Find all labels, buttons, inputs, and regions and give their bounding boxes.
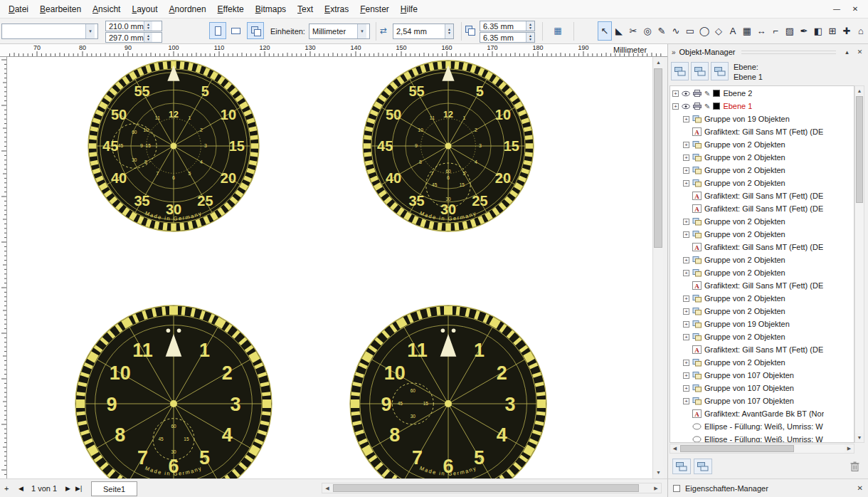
drawing-canvas[interactable]: 5101520253035404550551212345678910116015… xyxy=(7,57,652,478)
object-row[interactable]: +Gruppe von 2 Objekten xyxy=(670,356,854,369)
expander-icon[interactable]: + xyxy=(672,90,679,97)
docker-menu-arrow-icon[interactable]: ▴ xyxy=(842,48,852,56)
object-row[interactable]: AGrafiktext: Gill Sans MT (Fett) (DE xyxy=(670,202,854,215)
menu-ansicht[interactable]: Ansicht xyxy=(87,1,126,17)
rectangle-tool[interactable]: ▭ xyxy=(683,21,697,41)
menu-extras[interactable]: Extras xyxy=(319,1,354,17)
object-row[interactable]: AGrafiktext: Gill Sans MT (Fett) (DE xyxy=(670,279,854,292)
scroll-right-icon[interactable]: ▶ xyxy=(651,483,661,493)
menu-effekte[interactable]: Effekte xyxy=(212,1,250,17)
scroll-up-icon[interactable]: ▲ xyxy=(653,57,664,68)
close-icon[interactable]: ✕ xyxy=(848,3,862,16)
expander-icon[interactable]: + xyxy=(683,167,689,174)
expander-icon[interactable]: + xyxy=(683,398,689,404)
menu-bearbeiten[interactable]: Bearbeiten xyxy=(34,1,87,17)
object-row[interactable]: AGrafiktext: Gill Sans MT (Fett) (DE xyxy=(670,189,854,202)
pencil-icon[interactable]: ✎ xyxy=(704,103,710,110)
expander-icon[interactable]: + xyxy=(683,385,689,392)
spinner-icon[interactable]: ▲▼ xyxy=(445,24,453,38)
dimension-tool[interactable]: ↔ xyxy=(754,21,768,41)
chevron-down-icon[interactable]: ▼ xyxy=(357,24,366,38)
object-row[interactable]: +Gruppe von 19 Objekten xyxy=(670,113,854,125)
spinner-icon[interactable]: ▲▼ xyxy=(526,21,534,31)
object-row[interactable]: AGrafiktext: AvantGarde Bk BT (Nor xyxy=(670,407,854,420)
docker-grip[interactable] xyxy=(741,51,836,54)
eye-icon[interactable] xyxy=(682,90,690,97)
minimize-icon[interactable]: — xyxy=(830,3,844,16)
expander-icon[interactable]: + xyxy=(683,308,689,315)
docker-close-icon[interactable]: ✕ xyxy=(855,48,864,56)
shape-tool[interactable]: ◣ xyxy=(612,21,626,41)
expander-icon[interactable]: + xyxy=(683,372,689,379)
units-combo[interactable]: Millimeter ▼ xyxy=(309,23,370,39)
object-row[interactable]: +Gruppe von 2 Objekten xyxy=(670,266,854,279)
object-row[interactable]: +Gruppe von 2 Objekten xyxy=(670,292,854,305)
interactive-fill-tool[interactable]: ⊞ xyxy=(825,21,840,41)
pencil-icon[interactable]: ✎ xyxy=(704,90,710,98)
object-row[interactable]: +Gruppe von 19 Objekten xyxy=(670,318,854,330)
object-row[interactable]: +Gruppe von 107 Objekten xyxy=(670,369,854,382)
scroll-left-icon[interactable]: ◀ xyxy=(670,444,679,453)
expander-icon[interactable]: + xyxy=(683,295,689,302)
snap-options-button[interactable]: ▦ xyxy=(549,22,566,39)
expander-icon[interactable]: + xyxy=(683,360,689,366)
object-row[interactable]: Ellipse - Füllung: Weiß, Umriss: W xyxy=(670,420,854,433)
edit-across-layers-button[interactable] xyxy=(691,62,709,80)
layer-color-swatch[interactable] xyxy=(713,90,720,97)
style-combo[interactable]: ▼ xyxy=(1,23,98,39)
watch-dial-1[interactable]: 5101520253035404550551212345678910116015… xyxy=(84,57,263,236)
fill-tool[interactable]: ◧ xyxy=(811,21,825,41)
scrollbar-thumb[interactable] xyxy=(856,96,863,203)
layer-row[interactable]: +✎Ebene 1 xyxy=(670,100,854,113)
menu-hilfe[interactable]: Hilfe xyxy=(395,1,423,17)
object-row[interactable]: AGrafiktext: Gill Sans MT (Fett) (DE xyxy=(670,125,854,138)
scroll-right-icon[interactable]: ▶ xyxy=(845,444,854,453)
watch-dial-3[interactable]: 123456789101160153045Made in Germany xyxy=(71,301,276,478)
show-object-properties-button[interactable] xyxy=(671,62,689,80)
crop-tool[interactable]: ✂ xyxy=(626,21,640,41)
object-row[interactable]: +Gruppe von 2 Objekten xyxy=(670,164,854,177)
docker-collapse-icon[interactable]: » xyxy=(672,48,676,56)
expander-icon[interactable]: + xyxy=(683,257,689,263)
landscape-button[interactable] xyxy=(227,22,244,39)
duplicate-x-field[interactable]: 6.35 mm ▲▼ xyxy=(480,21,535,31)
object-row[interactable]: +Gruppe von 2 Objekten xyxy=(670,305,854,318)
expander-icon[interactable]: + xyxy=(683,142,689,148)
scroll-left-icon[interactable]: ◀ xyxy=(322,483,332,493)
object-row[interactable]: +Gruppe von 2 Objekten xyxy=(670,151,854,164)
object-row[interactable]: +Gruppe von 2 Objekten xyxy=(670,253,854,266)
layer-row[interactable]: +✎Ebene 2 xyxy=(670,87,854,100)
scrollbar-thumb[interactable] xyxy=(654,68,662,248)
expander-icon[interactable]: + xyxy=(683,219,689,225)
menu-text[interactable]: Text xyxy=(292,1,319,17)
vertical-ruler[interactable] xyxy=(0,57,7,478)
close-icon[interactable]: ✕ xyxy=(857,484,863,492)
next-page-icon[interactable]: ▶ xyxy=(65,479,70,497)
layer-color-swatch[interactable] xyxy=(713,103,720,110)
scrollbar-thumb[interactable] xyxy=(680,445,794,452)
object-row[interactable]: +Gruppe von 2 Objekten xyxy=(670,228,854,241)
tree-horizontal-scrollbar[interactable]: ◀ ▶ xyxy=(669,444,854,454)
portrait-button[interactable] xyxy=(209,22,226,39)
scrollbar-thumb[interactable] xyxy=(333,484,639,492)
properties-docker-bar[interactable]: Eigenschaften-Manager ✕ xyxy=(667,478,868,497)
object-row[interactable]: Ellipse - Füllung: Weiß, Umriss: W xyxy=(670,433,854,443)
table-tool[interactable]: ▦ xyxy=(740,21,754,41)
object-row[interactable]: +Gruppe von 2 Objekten xyxy=(670,330,854,343)
duplicate-y-field[interactable]: 6.35 mm ▲▼ xyxy=(480,32,535,43)
object-row[interactable]: AGrafiktext: Gill Sans MT (Fett) (DE xyxy=(670,241,854,253)
object-row[interactable]: +Gruppe von 2 Objekten xyxy=(670,215,854,228)
spinner-icon[interactable]: ▲▼ xyxy=(526,33,534,42)
object-row[interactable]: +Gruppe von 107 Objekten xyxy=(670,382,854,394)
text-tool[interactable]: A xyxy=(726,21,740,41)
menu-layout[interactable]: Layout xyxy=(126,1,163,17)
printer-icon[interactable] xyxy=(693,90,702,97)
expander-icon[interactable]: + xyxy=(672,103,679,110)
canvas-horizontal-scrollbar[interactable]: ◀ ▶ xyxy=(322,483,662,493)
scroll-down-icon[interactable]: ▼ xyxy=(653,467,664,478)
expander-icon[interactable]: + xyxy=(683,321,689,328)
expander-icon[interactable]: + xyxy=(683,180,689,187)
object-row[interactable]: +Gruppe von 2 Objekten xyxy=(670,177,854,189)
chevron-down-icon[interactable]: ▼ xyxy=(85,24,95,38)
spinner-icon[interactable]: ▲▼ xyxy=(144,33,152,42)
